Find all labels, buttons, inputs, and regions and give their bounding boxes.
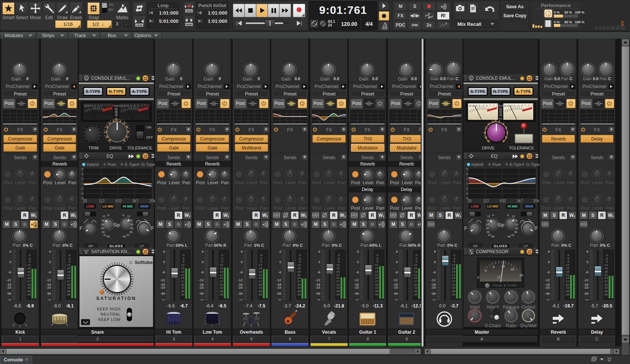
svg-text:30: 30 [504,104,507,107]
svg-text:-3: -3 [482,104,484,107]
svg-text:2: 2 [144,104,146,107]
svg-text:0: 0 [101,104,103,107]
svg-text:30: 30 [120,104,123,107]
svg-text:-6: -6 [93,104,96,107]
svg-text:30: 30 [469,104,472,107]
svg-text:-3: -3 [517,104,519,107]
svg-text:3: 3 [532,104,533,107]
svg-text:30: 30 [84,104,87,107]
svg-text:3: 3 [148,104,149,107]
svg-text:18: 18 [87,104,90,107]
svg-text:18: 18 [472,104,475,107]
svg-text:-3: -3 [97,104,99,107]
svg-text:2: 2 [493,104,495,107]
svg-text:0: 0 [521,104,523,107]
svg-text:18: 18 [507,104,510,107]
svg-text:-3: -3 [133,104,135,107]
svg-text:1: 1 [490,104,491,107]
svg-text:-6: -6 [478,104,480,107]
svg-text:1: 1 [525,104,526,107]
svg-text:-6: -6 [513,104,516,107]
svg-text:2: 2 [528,104,530,107]
svg-text:0: 0 [137,104,139,107]
svg-text:1: 1 [105,104,106,107]
svg-text:18: 18 [123,104,126,107]
svg-text:1: 1 [141,104,142,107]
svg-text:3: 3 [112,104,113,107]
svg-text:2: 2 [108,104,110,107]
svg-text:0: 0 [486,104,488,107]
svg-text:-6: -6 [129,104,132,107]
